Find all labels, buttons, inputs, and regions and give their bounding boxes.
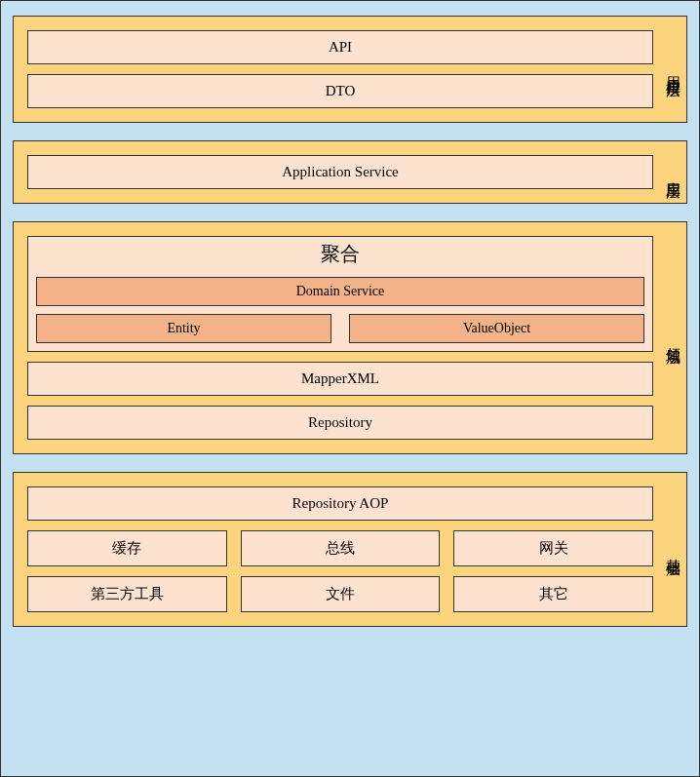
layer-application: Application Service 应用层	[13, 140, 687, 204]
layer-label-ui: 用户接口层	[664, 64, 682, 74]
box-gateway: 网关	[453, 530, 653, 566]
box-repository-aop: Repository AOP	[27, 486, 653, 521]
aggregate-container: 聚合 Domain Service Entity ValueObject	[27, 236, 653, 352]
layer-domain: 聚合 Domain Service Entity ValueObject Map…	[13, 221, 687, 454]
layer-label-app: 应用层	[664, 170, 682, 175]
layer-ui-interface: API DTO 用户接口层	[13, 16, 687, 123]
box-value-object: ValueObject	[349, 314, 644, 343]
layer-label-domain: 领域层	[664, 335, 682, 341]
box-bus: 总线	[241, 530, 441, 566]
box-other: 其它	[453, 576, 653, 612]
box-third-party: 第三方工具	[27, 576, 227, 612]
box-mapper-xml: MapperXML	[27, 362, 653, 396]
box-file: 文件	[241, 576, 441, 612]
layer-label-infra: 基础层	[664, 547, 682, 553]
box-application-service: Application Service	[27, 155, 653, 189]
diagram-container: API DTO 用户接口层 Application Service 应用层 聚合…	[0, 0, 700, 777]
box-domain-service: Domain Service	[36, 277, 644, 306]
box-cache: 缓存	[27, 530, 227, 566]
layer-infrastructure: Repository AOP 缓存 总线 网关 第三方工具 文件 其它 基础层	[13, 472, 687, 627]
box-entity: Entity	[36, 314, 331, 343]
box-api: API	[27, 30, 653, 64]
box-repository: Repository	[27, 406, 653, 440]
box-dto: DTO	[27, 74, 653, 108]
aggregate-title: 聚合	[36, 237, 644, 269]
